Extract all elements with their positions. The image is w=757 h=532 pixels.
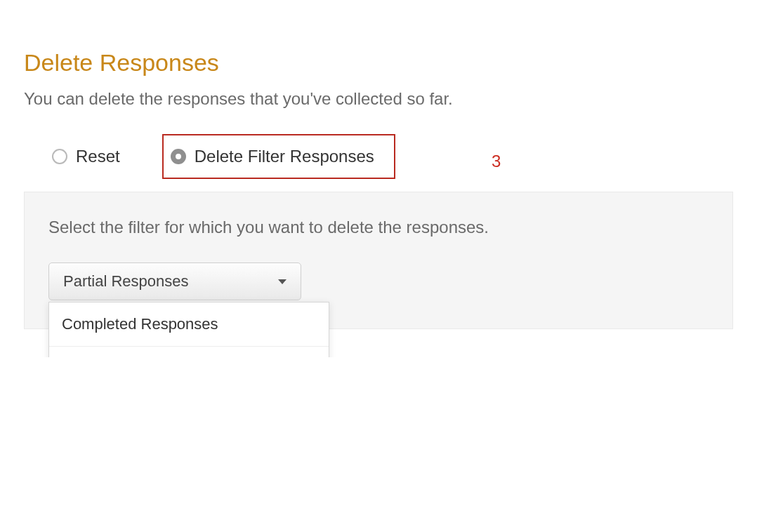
annotation-3: 3 bbox=[492, 152, 501, 171]
page-subtitle: You can delete the responses that you've… bbox=[24, 89, 733, 109]
delete-filter-radio-label: Delete Filter Responses bbox=[195, 147, 374, 166]
chevron-down-icon bbox=[278, 279, 287, 284]
filter-option-partial[interactable]: Partial Responses bbox=[49, 347, 329, 357]
delete-mode-radiogroup: Reset Delete Filter Responses bbox=[24, 134, 733, 179]
callout-box-3: Delete Filter Responses bbox=[162, 134, 395, 179]
radio-unchecked-icon bbox=[52, 149, 67, 164]
filter-panel: Select the filter for which you want to … bbox=[24, 192, 733, 329]
panel-description: Select the filter for which you want to … bbox=[48, 218, 709, 237]
reset-radio-label: Reset bbox=[76, 147, 120, 166]
filter-option-completed[interactable]: Completed Responses bbox=[49, 302, 329, 347]
radio-checked-icon bbox=[171, 149, 186, 164]
filter-dropdown: Completed Responses Partial Responses To… bbox=[48, 302, 329, 357]
delete-filter-radio[interactable]: Delete Filter Responses bbox=[171, 147, 374, 166]
page-title: Delete Responses bbox=[24, 49, 733, 77]
reset-radio[interactable]: Reset bbox=[52, 147, 120, 166]
filter-select-value: Partial Responses bbox=[63, 272, 189, 291]
filter-select[interactable]: Partial Responses bbox=[48, 262, 301, 300]
